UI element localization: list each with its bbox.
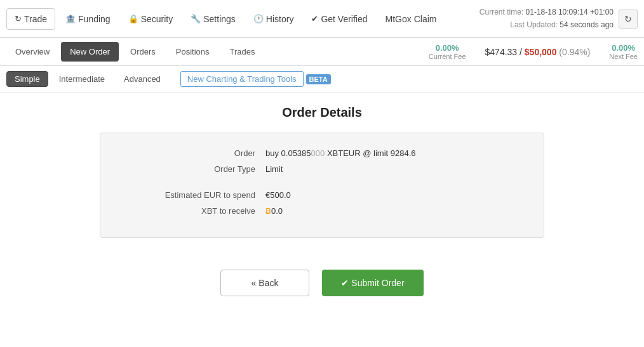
sec-nav-items: Overview New Order Orders Positions Trad… (6, 42, 264, 62)
fee-amount-display: $474.33 / $50,000 (0.94%) (485, 47, 591, 57)
xbt-row: XBT to receive Ƀ0.0 (126, 206, 518, 216)
secondary-nav: Overview New Order Orders Positions Trad… (0, 38, 644, 66)
history-icon: 🕐 (253, 14, 264, 23)
last-updated-value: 54 seconds ago (560, 20, 614, 29)
eur-label: Estimated EUR to spend (126, 190, 265, 200)
nav-mtgox[interactable]: MtGox Claim (378, 9, 445, 29)
funding-label: Funding (78, 14, 111, 24)
xbt-label: XBT to receive (126, 206, 265, 216)
nav-getverified[interactable]: ✔ Get Verified (304, 9, 375, 29)
fee-limit-pct: (0.94%) (559, 47, 590, 57)
time-info: Current time: 01-18-18 10:09:14 +01:00 L… (480, 6, 614, 30)
top-nav-right: Current time: 01-18-18 10:09:14 +01:00 L… (480, 6, 638, 30)
xbt-value: Ƀ0.0 (265, 206, 518, 216)
current-fee-pct: 0.00% (429, 43, 466, 53)
trade-icon: ↻ (15, 14, 22, 23)
ordertype-label: Order Type (126, 164, 265, 174)
fee-limit: $50,000 (525, 47, 557, 57)
nav-funding[interactable]: 🏦 Funding (58, 9, 118, 29)
order-details-box: Order buy 0.05385000 XBTEUR @ limit 9284… (100, 133, 544, 238)
eur-row: Estimated EUR to spend €500.0 (126, 190, 518, 200)
security-icon: 🔒 (128, 14, 138, 23)
eur-value: €500.0 (265, 190, 518, 200)
next-fee-label: Next Fee (609, 53, 638, 60)
order-label: Order (126, 148, 265, 158)
ordertype-row: Order Type Limit (126, 164, 518, 174)
beta-badge: BETA (306, 74, 331, 84)
nav-trade[interactable]: ↻ Trade (6, 8, 55, 30)
action-row: « Back ✔ Submit Order (19, 270, 625, 315)
order-details-title: Order Details (19, 105, 625, 120)
settings-icon: 🔧 (191, 14, 201, 23)
fee-separator: / (520, 47, 522, 57)
fee-amount-value: $474.33 (485, 47, 518, 57)
back-button[interactable]: « Back (220, 270, 309, 296)
order-value: buy 0.05385000 XBTEUR @ limit 9284.6 (265, 148, 518, 158)
nav-trades[interactable]: Trades (221, 42, 264, 62)
tab-advanced[interactable]: Advanced (116, 71, 169, 87)
divider (126, 180, 518, 190)
main-content: Order Details Order buy 0.05385000 XBTEU… (0, 93, 644, 328)
verified-icon: ✔ (311, 14, 318, 23)
top-nav: ↻ Trade 🏦 Funding 🔒 Security 🔧 Settings … (0, 0, 644, 38)
nav-security[interactable]: 🔒 Security (121, 9, 181, 29)
fee-info: 0.00% Current Fee $474.33 / $50,000 (0.9… (429, 43, 638, 60)
mtgox-label: MtGox Claim (386, 14, 437, 24)
top-nav-links: ↻ Trade 🏦 Funding 🔒 Security 🔧 Settings … (6, 8, 444, 30)
nav-neworder[interactable]: New Order (61, 42, 119, 62)
tab-intermediate[interactable]: Intermediate (51, 71, 113, 87)
refresh-button[interactable]: ↻ (619, 10, 638, 29)
getverified-label: Get Verified (321, 14, 367, 24)
settings-label: Settings (203, 14, 236, 24)
next-fee-pct: 0.00% (609, 43, 638, 53)
nav-settings[interactable]: 🔧 Settings (183, 9, 243, 29)
ordertype-value: Limit (265, 164, 518, 174)
last-updated-label: Last Updated: (510, 20, 558, 29)
security-label: Security (141, 14, 173, 24)
nav-overview[interactable]: Overview (6, 42, 58, 62)
nav-orders[interactable]: Orders (121, 42, 164, 62)
current-fee-label: Current Fee (429, 53, 466, 60)
tab-row: Simple Intermediate Advanced New Chartin… (0, 66, 644, 93)
current-fee-block: 0.00% Current Fee (429, 43, 466, 60)
current-time-label: Current time: (480, 8, 523, 16)
next-fee-block: 0.00% Next Fee (609, 43, 638, 60)
charting-button[interactable]: New Charting & Trading Tools (180, 71, 304, 87)
nav-history[interactable]: 🕐 History (246, 9, 302, 29)
funding-icon: 🏦 (65, 14, 76, 23)
submit-button[interactable]: ✔ Submit Order (322, 270, 424, 296)
history-label: History (266, 14, 294, 24)
tab-simple[interactable]: Simple (6, 71, 48, 87)
trade-label: Trade (24, 14, 47, 24)
current-time-value: 01-18-18 10:09:14 +01:00 (526, 8, 614, 16)
order-row: Order buy 0.05385000 XBTEUR @ limit 9284… (126, 148, 518, 158)
nav-positions[interactable]: Positions (167, 42, 218, 62)
